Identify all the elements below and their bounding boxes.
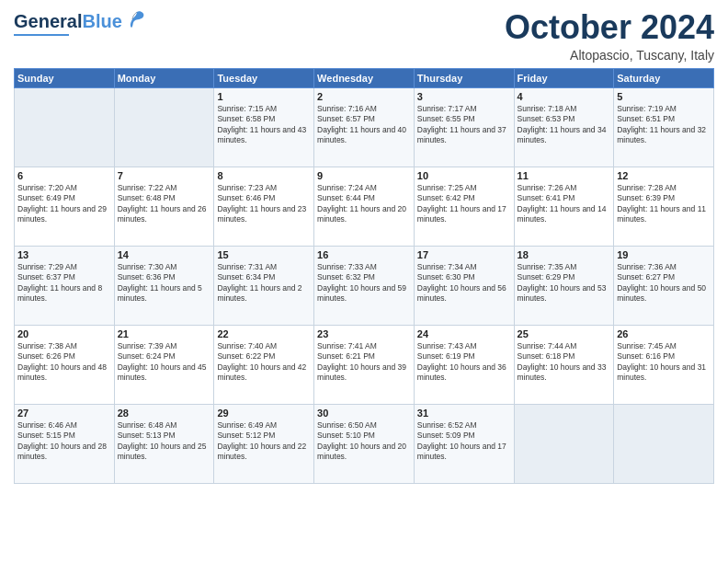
day-cell: 2Sunrise: 7:16 AM Sunset: 6:57 PM Daylig… [314, 87, 415, 167]
day-cell: 22Sunrise: 7:40 AM Sunset: 6:22 PM Dayli… [214, 325, 314, 404]
day-cell: 3Sunrise: 7:17 AM Sunset: 6:55 PM Daylig… [414, 87, 514, 167]
day-number: 12 [617, 170, 711, 181]
day-info: Sunrise: 7:30 AM Sunset: 6:36 PM Dayligh… [118, 262, 211, 304]
day-info: Sunrise: 6:52 AM Sunset: 5:09 PM Dayligh… [417, 420, 511, 463]
column-header-friday: Friday [514, 68, 614, 87]
day-info: Sunrise: 7:17 AM Sunset: 6:55 PM Dayligh… [417, 104, 511, 146]
location-subtitle: Altopascio, Tuscany, Italy [505, 48, 714, 63]
day-cell: 25Sunrise: 7:44 AM Sunset: 6:18 PM Dayli… [514, 325, 614, 404]
day-number: 22 [217, 328, 311, 339]
column-header-monday: Monday [114, 68, 214, 87]
logo-underline [14, 34, 69, 36]
logo-general: General [14, 11, 82, 31]
day-cell [15, 87, 115, 167]
day-number: 27 [17, 408, 111, 419]
day-info: Sunrise: 6:48 AM Sunset: 5:13 PM Dayligh… [118, 420, 211, 463]
day-info: Sunrise: 6:50 AM Sunset: 5:10 PM Dayligh… [317, 420, 411, 463]
day-info: Sunrise: 7:29 AM Sunset: 6:37 PM Dayligh… [17, 262, 111, 304]
day-cell: 24Sunrise: 7:43 AM Sunset: 6:19 PM Dayli… [414, 325, 514, 404]
day-number: 8 [217, 170, 311, 181]
calendar-body: 1Sunrise: 7:15 AM Sunset: 6:58 PM Daylig… [15, 87, 714, 483]
day-info: Sunrise: 7:34 AM Sunset: 6:30 PM Dayligh… [417, 262, 511, 304]
week-row-2: 6Sunrise: 7:20 AM Sunset: 6:49 PM Daylig… [15, 167, 714, 246]
day-number: 14 [118, 249, 211, 260]
logo: GeneralBlue [14, 9, 147, 36]
logo-bird-icon [127, 9, 147, 29]
month-title: October 2024 [505, 9, 714, 46]
day-info: Sunrise: 7:22 AM Sunset: 6:48 PM Dayligh… [118, 183, 211, 225]
day-info: Sunrise: 7:16 AM Sunset: 6:57 PM Dayligh… [317, 104, 411, 146]
day-cell: 1Sunrise: 7:15 AM Sunset: 6:58 PM Daylig… [214, 87, 314, 167]
day-cell: 5Sunrise: 7:19 AM Sunset: 6:51 PM Daylig… [614, 87, 714, 167]
column-header-wednesday: Wednesday [314, 68, 415, 87]
day-info: Sunrise: 7:39 AM Sunset: 6:24 PM Dayligh… [118, 341, 211, 384]
day-number: 21 [118, 328, 211, 339]
day-info: Sunrise: 7:20 AM Sunset: 6:49 PM Dayligh… [17, 183, 111, 225]
day-cell: 11Sunrise: 7:26 AM Sunset: 6:41 PM Dayli… [514, 167, 614, 246]
day-number: 11 [518, 170, 611, 181]
day-number: 6 [17, 170, 111, 181]
day-number: 25 [518, 328, 611, 339]
day-number: 2 [317, 91, 411, 102]
day-info: Sunrise: 7:36 AM Sunset: 6:27 PM Dayligh… [617, 262, 711, 304]
day-cell [614, 404, 714, 483]
day-cell: 29Sunrise: 6:49 AM Sunset: 5:12 PM Dayli… [214, 404, 314, 483]
day-cell: 17Sunrise: 7:34 AM Sunset: 6:30 PM Dayli… [414, 246, 514, 325]
day-number: 26 [617, 328, 711, 339]
day-cell: 19Sunrise: 7:36 AM Sunset: 6:27 PM Dayli… [614, 246, 714, 325]
day-cell: 31Sunrise: 6:52 AM Sunset: 5:09 PM Dayli… [414, 404, 514, 483]
day-cell: 14Sunrise: 7:30 AM Sunset: 6:36 PM Dayli… [114, 246, 214, 325]
day-number: 15 [217, 249, 311, 260]
day-info: Sunrise: 7:19 AM Sunset: 6:51 PM Dayligh… [617, 104, 711, 146]
day-cell [114, 87, 214, 167]
day-info: Sunrise: 7:41 AM Sunset: 6:21 PM Dayligh… [317, 341, 411, 384]
column-header-thursday: Thursday [414, 68, 514, 87]
day-cell: 13Sunrise: 7:29 AM Sunset: 6:37 PM Dayli… [15, 246, 115, 325]
day-info: Sunrise: 6:49 AM Sunset: 5:12 PM Dayligh… [217, 420, 311, 463]
column-header-saturday: Saturday [614, 68, 714, 87]
day-info: Sunrise: 7:45 AM Sunset: 6:16 PM Dayligh… [617, 341, 711, 384]
day-number: 17 [417, 249, 511, 260]
week-row-4: 20Sunrise: 7:38 AM Sunset: 6:26 PM Dayli… [15, 325, 714, 404]
calendar-container: GeneralBlue October 2024 Altopascio, Tus… [0, 0, 728, 563]
day-number: 23 [317, 328, 411, 339]
day-number: 10 [417, 170, 511, 181]
day-number: 28 [118, 408, 211, 419]
day-number: 18 [518, 249, 611, 260]
column-header-tuesday: Tuesday [214, 68, 314, 87]
day-number: 16 [317, 249, 411, 260]
day-info: Sunrise: 7:18 AM Sunset: 6:53 PM Dayligh… [518, 104, 611, 146]
day-cell: 18Sunrise: 7:35 AM Sunset: 6:29 PM Dayli… [514, 246, 614, 325]
day-number: 9 [317, 170, 411, 181]
day-cell: 10Sunrise: 7:25 AM Sunset: 6:42 PM Dayli… [414, 167, 514, 246]
day-info: Sunrise: 7:40 AM Sunset: 6:22 PM Dayligh… [217, 341, 311, 384]
day-number: 7 [118, 170, 211, 181]
day-cell: 12Sunrise: 7:28 AM Sunset: 6:39 PM Dayli… [614, 167, 714, 246]
day-cell: 26Sunrise: 7:45 AM Sunset: 6:16 PM Dayli… [614, 325, 714, 404]
day-info: Sunrise: 7:15 AM Sunset: 6:58 PM Dayligh… [217, 104, 311, 146]
day-cell: 6Sunrise: 7:20 AM Sunset: 6:49 PM Daylig… [15, 167, 115, 246]
day-cell: 15Sunrise: 7:31 AM Sunset: 6:34 PM Dayli… [214, 246, 314, 325]
day-info: Sunrise: 7:26 AM Sunset: 6:41 PM Dayligh… [518, 183, 611, 225]
day-info: Sunrise: 7:31 AM Sunset: 6:34 PM Dayligh… [217, 262, 311, 304]
week-row-5: 27Sunrise: 6:46 AM Sunset: 5:15 PM Dayli… [15, 404, 714, 483]
day-info: Sunrise: 7:43 AM Sunset: 6:19 PM Dayligh… [417, 341, 511, 384]
day-info: Sunrise: 7:24 AM Sunset: 6:44 PM Dayligh… [317, 183, 411, 225]
day-number: 5 [617, 91, 711, 102]
day-info: Sunrise: 7:25 AM Sunset: 6:42 PM Dayligh… [417, 183, 511, 225]
day-cell: 9Sunrise: 7:24 AM Sunset: 6:44 PM Daylig… [314, 167, 415, 246]
day-cell: 4Sunrise: 7:18 AM Sunset: 6:53 PM Daylig… [514, 87, 614, 167]
day-cell [514, 404, 614, 483]
week-row-3: 13Sunrise: 7:29 AM Sunset: 6:37 PM Dayli… [15, 246, 714, 325]
day-cell: 7Sunrise: 7:22 AM Sunset: 6:48 PM Daylig… [114, 167, 214, 246]
day-cell: 23Sunrise: 7:41 AM Sunset: 6:21 PM Dayli… [314, 325, 415, 404]
day-number: 29 [217, 408, 311, 419]
calendar-header-row: SundayMondayTuesdayWednesdayThursdayFrid… [15, 68, 714, 87]
day-cell: 27Sunrise: 6:46 AM Sunset: 5:15 PM Dayli… [15, 404, 115, 483]
header: GeneralBlue October 2024 Altopascio, Tus… [14, 9, 714, 63]
day-number: 19 [617, 249, 711, 260]
day-info: Sunrise: 7:23 AM Sunset: 6:46 PM Dayligh… [217, 183, 311, 225]
day-number: 30 [317, 408, 411, 419]
calendar-table: SundayMondayTuesdayWednesdayThursdayFrid… [14, 68, 714, 484]
day-number: 3 [417, 91, 511, 102]
